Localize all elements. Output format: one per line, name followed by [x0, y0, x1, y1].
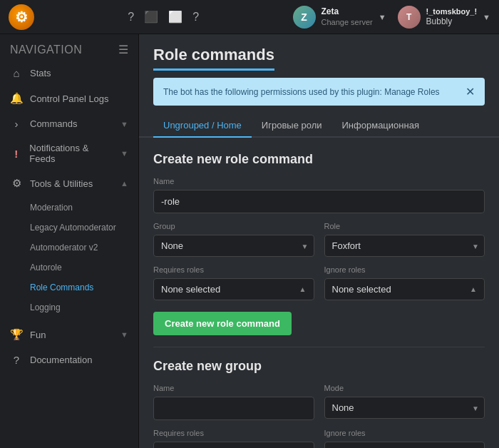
- sidebar-item-role-commands[interactable]: Role Commands: [0, 278, 138, 297]
- notifications-icon: !: [10, 148, 22, 160]
- requires-ignore-roles-row: Requires roles None selected ▲ Ignore ro…: [153, 265, 485, 300]
- requires-roles-arrow-icon: ▲: [299, 285, 307, 293]
- create-role-command-button[interactable]: Create new role command: [153, 312, 292, 335]
- content-area: Create new role command Name Group None: [139, 138, 499, 448]
- keyboard-icon[interactable]: ⬜: [168, 10, 182, 24]
- requires-roles-label: Requires roles: [153, 265, 314, 274]
- fun-icon: 🏆: [10, 328, 23, 341]
- ignore-roles-value: None selected: [332, 284, 391, 295]
- notifications-chevron-icon: ▼: [120, 149, 128, 158]
- mode-select-wrap: None: [324, 397, 485, 419]
- tools-icon: ⚙: [10, 177, 23, 190]
- sidebar-item-stats[interactable]: ⌂ Stats: [0, 61, 138, 86]
- requires-roles-value: None selected: [161, 284, 220, 295]
- documentation-icon: ?: [10, 354, 23, 366]
- monitor-icon[interactable]: ⬛: [144, 10, 158, 24]
- page-title: Role commands: [153, 46, 274, 71]
- group-name-label: Name: [153, 384, 314, 392]
- ignore-roles-arrow-icon: ▲: [470, 285, 477, 293]
- ignore-roles-label: Ignore roles: [324, 265, 485, 274]
- fun-chevron-icon: ▼: [120, 330, 128, 339]
- topbar-icons: ? ⬛ ⬜ ?: [128, 10, 199, 24]
- sidebar-item-commands[interactable]: › Commands ▼: [0, 111, 138, 136]
- sidebar: Navigation ☰ ⌂ Stats 🔔 Control Panel Log…: [0, 34, 139, 448]
- alert-text: The bot has the following permissions us…: [163, 87, 440, 97]
- role-field-group: Role Foxfort: [324, 222, 485, 257]
- group-label: Group: [153, 222, 314, 230]
- sidebar-item-logging[interactable]: Logging: [0, 297, 138, 317]
- server-selector[interactable]: Z Zeta Change server ▼: [293, 6, 386, 29]
- group-ignore-roles-multiselect[interactable]: None selected ▲: [324, 442, 485, 448]
- server-avatar: Z: [293, 6, 316, 29]
- sidebar-item-tools-utilities[interactable]: ⚙ Tools & Utilities ▲: [0, 170, 138, 196]
- alert-bar: The bot has the following permissions us…: [153, 78, 485, 106]
- name-field-group: Name: [153, 177, 485, 213]
- mode-field-group: Mode None: [324, 384, 485, 420]
- bell-icon: 🔔: [10, 92, 23, 105]
- tabs: Ungrouped / Home Игровые роли Информацио…: [139, 114, 499, 138]
- stats-icon: ⌂: [10, 67, 23, 79]
- alert-close-button[interactable]: ✕: [465, 85, 475, 98]
- server-chevron-icon: ▼: [379, 13, 386, 21]
- group-requires-roles-label: Requires roles: [153, 429, 314, 437]
- tools-chevron-icon: ▲: [120, 179, 128, 188]
- group-select[interactable]: None: [153, 235, 314, 257]
- sidebar-item-legacy-automoderator[interactable]: Legacy Automoderator: [0, 218, 138, 238]
- tab-ungrouped-home[interactable]: Ungrouped / Home: [153, 114, 252, 138]
- sidebar-item-notifications-feeds[interactable]: ! Notifications & Feeds ▼: [0, 136, 138, 170]
- commands-icon: ›: [10, 118, 23, 130]
- sidebar-item-documentation[interactable]: ? Documentation: [0, 347, 138, 372]
- group-requires-roles-group: Requires roles None selected ▲: [153, 429, 314, 448]
- requires-roles-group: Requires roles None selected ▲: [153, 265, 314, 300]
- main-header: Role commands The bot has the following …: [139, 34, 499, 114]
- group-requires-ignore-row: Requires roles None selected ▲ Ignore ro…: [153, 429, 485, 448]
- user-chevron-icon: ▼: [483, 13, 490, 21]
- group-select-wrap: None: [153, 235, 314, 257]
- ignore-roles-group: Ignore roles None selected ▲: [324, 265, 485, 300]
- sidebar-item-automoderator-v2[interactable]: Automoderator v2: [0, 238, 138, 258]
- commands-chevron-icon: ▼: [120, 120, 128, 128]
- group-name-input[interactable]: [153, 397, 314, 420]
- tab-informacionnaya[interactable]: Информационная: [332, 114, 429, 138]
- group-role-row: Group None Role Foxfort: [153, 222, 485, 257]
- group-name-field-group: Name: [153, 384, 314, 420]
- sidebar-item-fun[interactable]: 🏆 Fun ▼: [0, 322, 138, 347]
- mode-select[interactable]: None: [324, 397, 485, 419]
- hamburger-icon[interactable]: ☰: [118, 43, 129, 56]
- group-name-mode-row: Name Mode None: [153, 384, 485, 420]
- create-group-title: Create new group: [153, 359, 485, 374]
- group-ignore-roles-group: Ignore roles None selected ▲: [324, 429, 485, 448]
- role-label: Role: [324, 222, 485, 230]
- help-icon[interactable]: ?: [128, 11, 134, 24]
- name-input[interactable]: [153, 190, 485, 213]
- group-requires-roles-multiselect[interactable]: None selected ▲: [153, 442, 314, 448]
- sidebar-item-moderation[interactable]: Moderation: [0, 198, 138, 218]
- role-select[interactable]: Foxfort: [324, 235, 485, 257]
- role-select-wrap: Foxfort: [324, 235, 485, 257]
- username: !_tomskboy_!: [426, 6, 478, 16]
- nav-label: Navigation ☰: [0, 34, 138, 61]
- section-divider: [153, 347, 485, 347]
- mode-label: Mode: [324, 384, 485, 392]
- name-label: Name: [153, 177, 485, 185]
- requires-roles-multiselect[interactable]: None selected ▲: [153, 278, 314, 300]
- server-name: Zeta: [321, 6, 373, 18]
- group-field-group: Group None: [153, 222, 314, 257]
- question-icon[interactable]: ?: [192, 11, 199, 24]
- group-ignore-roles-label: Ignore roles: [324, 429, 485, 437]
- main-content: Role commands The bot has the following …: [139, 34, 499, 448]
- tab-igrovye-roli[interactable]: Игровые роли: [252, 114, 332, 138]
- layout: Navigation ☰ ⌂ Stats 🔔 Control Panel Log…: [0, 34, 499, 448]
- user-menu[interactable]: T !_tomskboy_! Bubbly ▼: [398, 6, 490, 29]
- topbar: ⚙ ? ⬛ ⬜ ? Z Zeta Change server ▼ T !_tom…: [0, 0, 499, 34]
- user-status: Bubbly: [426, 16, 478, 28]
- tools-subitems: Moderation Legacy Automoderator Automode…: [0, 198, 138, 317]
- sidebar-item-control-panel-logs[interactable]: 🔔 Control Panel Logs: [0, 86, 138, 111]
- app-logo[interactable]: ⚙: [9, 4, 34, 30]
- ignore-roles-multiselect[interactable]: None selected ▲: [324, 278, 485, 300]
- change-server-label: Change server: [321, 17, 373, 27]
- create-role-command-title: Create new role command: [153, 152, 485, 167]
- sidebar-item-autorole[interactable]: Autorole: [0, 258, 138, 278]
- user-avatar: T: [398, 6, 421, 29]
